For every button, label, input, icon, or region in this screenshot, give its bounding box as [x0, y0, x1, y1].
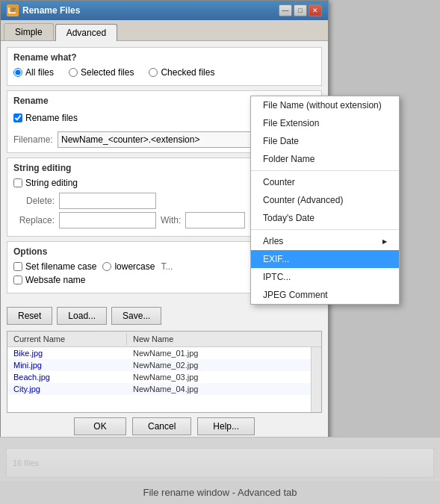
window-icon [7, 4, 19, 16]
reset-button[interactable]: Reset [7, 307, 52, 325]
table-row[interactable]: Mini.jpg NewName_02.jpg [7, 359, 321, 371]
file-new-name: NewName_03.jpg [127, 372, 321, 382]
delete-label: Delete: [13, 196, 55, 206]
col-current-name: Current Name [7, 333, 127, 345]
checked-files-option[interactable]: Checked files [149, 67, 214, 78]
menu-item-file-extension[interactable]: File Extension [251, 114, 399, 132]
file-current-name: Mini.jpg [7, 360, 127, 370]
title-buttons: — □ ✕ [279, 4, 322, 16]
menu-item-arles[interactable]: Arles▶ [251, 232, 399, 250]
all-files-option[interactable]: All files [13, 67, 54, 78]
menu-separator [251, 170, 399, 171]
tab-advanced[interactable]: Advanced [55, 24, 117, 41]
set-case-option[interactable]: Set filename case [13, 261, 96, 272]
menu-item-file-name-no-ext[interactable]: File Name (without extension) [251, 96, 399, 114]
menu-item-label: Arles [263, 236, 283, 246]
rename-what-section: Rename what? All files Selected files Ch… [7, 47, 322, 86]
close-button[interactable]: ✕ [309, 4, 322, 16]
set-case-checkbox[interactable] [13, 262, 22, 271]
file-current-name: Bike.jpg [7, 348, 127, 358]
delete-input[interactable] [59, 193, 156, 209]
file-new-name: NewName_04.jpg [127, 384, 321, 394]
menu-item-label: IPTC... [263, 272, 291, 282]
file-rows: Bike.jpg NewName_01.jpg Mini.jpg NewName… [7, 347, 321, 395]
websafe-checkbox[interactable] [13, 276, 22, 284]
action-buttons: OK Cancel Help... [1, 413, 328, 440]
context-menu: File Name (without extension)File Extens… [250, 96, 400, 305]
menu-separator [251, 229, 399, 230]
file-list-wrapper: Bike.jpg NewName_01.jpg Mini.jpg NewName… [7, 347, 321, 412]
menu-item-folder-name[interactable]: Folder Name [251, 150, 399, 168]
tab-bar: Simple Advanced [1, 20, 328, 41]
rename-files-checkbox[interactable] [13, 113, 22, 122]
cancel-button[interactable]: Cancel [132, 417, 191, 435]
file-list-area: Current Name New Name Bike.jpg NewName_0… [7, 331, 322, 413]
load-button[interactable]: Load... [57, 307, 107, 325]
scrollbar[interactable] [311, 347, 321, 412]
rename-files-checkbox-row[interactable]: Rename files [13, 113, 78, 123]
replace-label: Replace: [13, 215, 55, 225]
menu-item-file-date[interactable]: File Date [251, 132, 399, 150]
tab-simple[interactable]: Simple [4, 23, 54, 40]
with-input[interactable] [185, 212, 245, 228]
menu-item-jpeg-comment[interactable]: JPEG Comment [251, 286, 399, 304]
file-current-name: Beach.jpg [7, 372, 127, 382]
checked-files-radio[interactable] [149, 68, 158, 77]
window-title: Rename Files [22, 5, 80, 16]
filename-label: Filename: [13, 134, 55, 145]
bottom-area: 16 files File rename window - Advanced t… [0, 437, 440, 504]
preset-buttons: Reset Load... Save... [1, 304, 328, 328]
menu-item-exif[interactable]: EXIF... [251, 250, 399, 268]
ok-button[interactable]: OK [74, 417, 126, 435]
submenu-arrow: ▶ [382, 238, 387, 245]
menu-item-label: Counter [263, 177, 295, 187]
menu-item-label: JPEG Comment [263, 290, 328, 300]
maximize-button[interactable]: □ [294, 4, 307, 16]
menu-item-iptc[interactable]: IPTC... [251, 268, 399, 286]
bottom-caption: File rename window - Advanced tab [0, 481, 440, 504]
file-current-name: City.jpg [7, 384, 127, 394]
title-bar-left: Rename Files [7, 4, 80, 16]
all-files-radio[interactable] [13, 68, 22, 77]
file-new-name: NewName_02.jpg [127, 360, 321, 370]
menu-item-counter-advanced[interactable]: Counter (Advanced) [251, 191, 399, 209]
replace-input[interactable] [59, 212, 156, 228]
menu-item-label: Today's Date [263, 213, 314, 223]
save-button[interactable]: Save... [111, 307, 161, 325]
title-bar: Rename Files — □ ✕ [1, 1, 328, 20]
table-row[interactable]: City.jpg NewName_04.jpg [7, 383, 321, 395]
string-editing-checkbox[interactable] [13, 178, 22, 187]
lowercase-radio[interactable] [102, 262, 111, 271]
rename-what-options: All files Selected files Checked files [13, 67, 315, 78]
menu-item-todays-date[interactable]: Today's Date [251, 209, 399, 227]
menu-item-label: EXIF... [263, 254, 289, 264]
menu-item-label: File Date [263, 136, 299, 146]
selected-files-option[interactable]: Selected files [69, 67, 134, 78]
menu-item-label: Folder Name [263, 154, 314, 164]
col-new-name: New Name [127, 333, 321, 345]
bottom-ghost: 16 files [6, 448, 434, 478]
menu-item-label: File Name (without extension) [263, 100, 382, 111]
table-row[interactable]: Bike.jpg NewName_01.jpg [7, 347, 321, 359]
file-new-name: NewName_01.jpg [127, 348, 321, 358]
with-label: With: [161, 215, 181, 225]
menu-item-label: File Extension [263, 118, 319, 128]
websafe-option[interactable]: Websafe name [13, 275, 86, 285]
minimize-button[interactable]: — [279, 4, 292, 16]
lowercase-option[interactable]: lowercase [102, 261, 155, 272]
menu-item-counter[interactable]: Counter [251, 173, 399, 191]
table-row[interactable]: Beach.jpg NewName_03.jpg [7, 371, 321, 383]
rename-what-label: Rename what? [13, 52, 315, 63]
file-list-header: Current Name New Name [7, 332, 321, 347]
menu-item-label: Counter (Advanced) [263, 195, 343, 205]
selected-files-radio[interactable] [69, 68, 78, 77]
help-button[interactable]: Help... [197, 417, 255, 435]
